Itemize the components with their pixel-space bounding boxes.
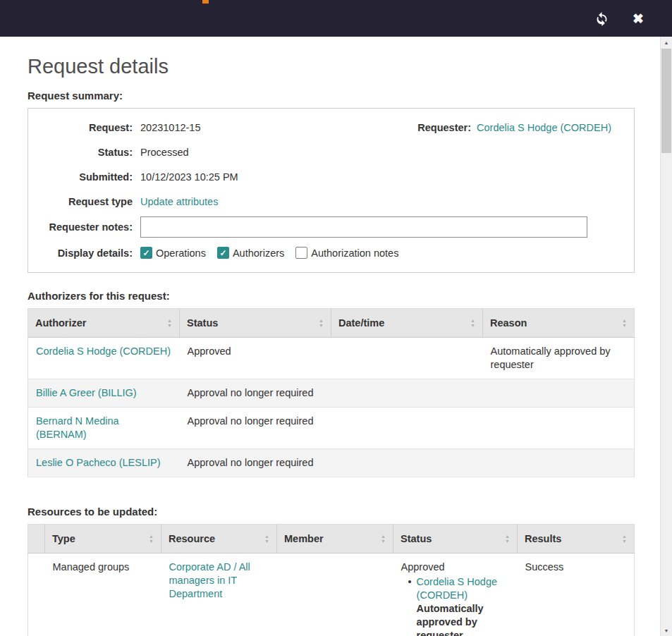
status-note: Automatically approved by requester (417, 602, 494, 636)
scrollbar[interactable]: ▲ ▼ (660, 37, 672, 636)
checkbox-authorization-notes[interactable]: ✓ Authorization notes (295, 247, 398, 259)
close-button[interactable]: ✖ (628, 8, 648, 28)
submitted-value: 10/12/2023 10:25 PM (140, 171, 238, 183)
column-header-reason[interactable]: Reason ▲ ▼ (483, 309, 635, 338)
sort-icon[interactable]: ▲ ▼ (622, 534, 627, 544)
cell-status: Approval no longer required (180, 408, 331, 449)
cell-reason (483, 408, 635, 449)
cell-status: Approved • Cordelia S Hodge (CORDEH) Aut… (393, 554, 518, 636)
page-title: Request details (28, 55, 635, 78)
requester-link[interactable]: Cordelia S Hodge (CORDEH) (477, 122, 611, 133)
requester-notes-row: Requester notes: (28, 214, 634, 240)
sort-icon[interactable]: ▲ ▼ (319, 319, 324, 328)
column-header-status[interactable]: Status ▲ ▼ (180, 309, 331, 338)
checkbox-authorization-notes-box[interactable]: ✓ (295, 247, 307, 259)
status-detail: • Cordelia S Hodge (CORDEH) Automaticall… (408, 575, 510, 636)
column-header-expander (28, 525, 45, 554)
column-label: Results (525, 533, 561, 544)
status-value: Processed (140, 147, 189, 158)
cell-datetime (331, 379, 483, 408)
column-header-datetime[interactable]: Date/time ▲ ▼ (331, 309, 483, 338)
column-label: Authorizer (35, 317, 87, 329)
authorizer-link[interactable]: Cordelia S Hodge (CORDEH) (36, 345, 171, 357)
column-header-resource[interactable]: Resource ▲ ▼ (161, 525, 277, 554)
orange-tick (202, 0, 209, 4)
refresh-icon (594, 11, 609, 26)
request-type-label: Request type (39, 196, 133, 207)
table-row: Billie A Greer (BILLIG) Approval no long… (28, 379, 635, 408)
bullet-icon: • (408, 575, 412, 636)
cell-datetime (331, 408, 483, 449)
column-label: Resource (169, 533, 215, 544)
authorizer-link[interactable]: Billie A Greer (BILLIG) (36, 387, 137, 398)
checkbox-authorization-notes-label: Authorization notes (311, 247, 398, 259)
cell-resource: Corporate AD / All managers in IT Depart… (161, 554, 277, 636)
column-label: Reason (490, 317, 527, 329)
status-label: Status: (39, 147, 133, 158)
summary-section-label: Request summary: (28, 90, 635, 102)
checkbox-operations-box[interactable]: ✓ (140, 247, 152, 259)
cell-results: Success (518, 554, 635, 636)
requester-notes-input[interactable] (140, 216, 587, 238)
cell-expander (28, 554, 45, 636)
authorizer-link[interactable]: Bernard N Medina (BERNAM) (36, 415, 119, 440)
column-header-status[interactable]: Status ▲ ▼ (393, 525, 518, 554)
scroll-down-button[interactable]: ▼ (661, 625, 672, 636)
resources-section-label: Resources to be updated: (28, 506, 635, 518)
column-label: Type (52, 533, 75, 544)
sort-icon[interactable]: ▲ ▼ (622, 319, 627, 328)
cell-datetime (331, 338, 483, 379)
sort-icon[interactable]: ▲ ▼ (381, 534, 386, 544)
scroll-down-icon: ▼ (664, 628, 669, 633)
column-header-results[interactable]: Results ▲ ▼ (518, 525, 635, 554)
request-type-row: Request type Update attributes (28, 189, 634, 214)
dialog-header: ✖ (0, 0, 672, 37)
status-authorizer-link[interactable]: Cordelia S Hodge (CORDEH) (417, 575, 500, 602)
request-type-link[interactable]: Update attributes (140, 196, 218, 207)
display-details-checkbox-group: ✓ Operations ✓ Authorizers ✓ (140, 247, 398, 259)
table-row: Cordelia S Hodge (CORDEH) Approved Autom… (28, 338, 635, 379)
submitted-label: Submitted: (39, 171, 133, 183)
sort-icon[interactable]: ▲ ▼ (505, 534, 510, 544)
resource-status: Approved (401, 561, 510, 574)
sort-icon[interactable]: ▲ ▼ (264, 534, 269, 544)
checkbox-operations[interactable]: ✓ Operations (140, 247, 206, 259)
authorizers-header-row: Authorizer ▲ ▼ Status ▲ ▼ (28, 309, 635, 338)
column-header-type[interactable]: Type ▲ ▼ (45, 525, 161, 554)
sort-icon[interactable]: ▲ ▼ (167, 319, 172, 328)
requester-notes-label: Requester notes: (39, 221, 133, 233)
resources-header-row: Type ▲ ▼ Resource ▲ ▼ (28, 525, 635, 554)
request-label: Request: (39, 122, 133, 133)
column-header-authorizer[interactable]: Authorizer ▲ ▼ (28, 309, 180, 338)
check-icon: ✓ (219, 249, 226, 257)
sort-icon[interactable]: ▲ ▼ (470, 319, 475, 328)
submitted-row: Submitted: 10/12/2023 10:25 PM (28, 164, 634, 189)
checkbox-authorizers-box[interactable]: ✓ (217, 247, 229, 259)
checkbox-authorizers[interactable]: ✓ Authorizers (217, 247, 284, 259)
column-label: Status (187, 317, 218, 329)
authorizer-link[interactable]: Leslie O Pacheco (LESLIP) (36, 457, 161, 468)
cell-authorizer: Cordelia S Hodge (CORDEH) (28, 338, 180, 379)
requester-label: Requester: (417, 122, 471, 133)
request-summary-box: Request: 20231012-15 Requester: Cordelia… (28, 108, 635, 273)
column-label: Date/time (338, 317, 384, 329)
cell-reason: Automatically approved by requester (483, 338, 635, 379)
authorizers-section-label: Authorizers for this request: (28, 290, 635, 302)
scrollbar-thumb[interactable] (661, 49, 671, 153)
cell-authorizer: Bernard N Medina (BERNAM) (28, 408, 180, 449)
refresh-button[interactable] (592, 8, 611, 28)
cell-reason (483, 379, 635, 408)
request-value: 20231012-15 (140, 122, 200, 133)
column-header-member[interactable]: Member ▲ ▼ (277, 525, 393, 554)
close-icon: ✖ (633, 12, 644, 25)
sort-icon[interactable]: ▲ ▼ (149, 534, 154, 544)
checkbox-operations-label: Operations (156, 247, 206, 259)
cell-authorizer: Leslie O Pacheco (LESLIP) (28, 449, 180, 477)
resource-link[interactable]: Corporate AD / All managers in IT Depart… (169, 561, 250, 599)
cell-reason (483, 449, 635, 477)
cell-member (277, 554, 393, 636)
table-row: Managed groups Corporate AD / All manage… (28, 554, 635, 636)
scroll-up-button[interactable]: ▲ (661, 37, 672, 48)
display-details-row: Display details: ✓ Operations ✓ Authoriz… (28, 240, 634, 265)
column-label: Status (401, 533, 432, 544)
